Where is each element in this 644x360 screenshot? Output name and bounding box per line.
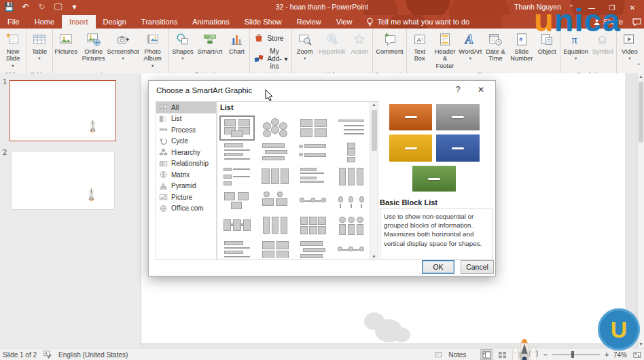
zoom-out-icon[interactable]: − xyxy=(543,351,548,359)
smartart-layout-thumbnail-23[interactable] xyxy=(298,240,329,258)
new-slide-button[interactable]: New Slide▾ xyxy=(1,29,25,71)
zoom-icon xyxy=(298,31,312,48)
vertical-scrollbar[interactable]: ▲ ▼ xyxy=(637,73,644,348)
hyperlink-label: Hyperlink xyxy=(319,48,346,55)
notes-toggle[interactable]: Notes xyxy=(448,351,466,359)
comment-button[interactable]: Comment xyxy=(374,29,405,71)
smartart-layout-thumbnail-21[interactable] xyxy=(221,240,253,258)
smartart-layout-thumbnail-16[interactable] xyxy=(336,191,367,212)
tab-review[interactable]: Review xyxy=(289,15,329,29)
tab-file[interactable]: File xyxy=(0,15,27,29)
close-icon[interactable]: ✕ xyxy=(622,0,643,15)
store-button[interactable]: Store xyxy=(251,31,286,46)
category-list[interactable]: List xyxy=(156,113,216,125)
zoom-in-icon[interactable]: + xyxy=(605,351,609,359)
zoom-level[interactable]: 74% xyxy=(613,351,627,359)
gallery-scrollbar[interactable]: ▲▼ xyxy=(370,102,378,259)
smartart-layout-thumbnail-15[interactable] xyxy=(298,191,329,212)
collapse-ribbon-icon[interactable]: ⌃ xyxy=(636,62,641,69)
tab-transitions[interactable]: Transitions xyxy=(134,15,185,29)
smartart-layout-thumbnail-2[interactable] xyxy=(260,118,291,139)
smartart-layout-thumbnail-10[interactable] xyxy=(260,166,291,187)
category-label: Matrix xyxy=(171,171,190,179)
unica-watermark: unica xyxy=(534,4,621,36)
tab-view[interactable]: View xyxy=(329,15,360,29)
tab-home[interactable]: Home xyxy=(27,15,62,29)
header-footer-button[interactable]: Header & Footer xyxy=(432,29,459,71)
category-process[interactable]: Process xyxy=(156,124,216,136)
smartart-layout-thumbnail-19[interactable] xyxy=(298,215,329,236)
category-office-com[interactable]: Office.com xyxy=(156,203,216,215)
smartart-layout-thumbnail-13[interactable] xyxy=(221,191,253,212)
date-time-button[interactable]: Date & Time xyxy=(482,29,508,71)
smartart-layout-thumbnail-5[interactable] xyxy=(221,142,253,163)
normal-view-icon[interactable] xyxy=(481,350,492,359)
tab-insert[interactable]: Insert xyxy=(62,15,96,29)
screenshot-button[interactable]: Screenshot▾ xyxy=(109,29,137,71)
table-button[interactable]: Table▾ xyxy=(27,29,52,71)
smartart-button[interactable]: SmartArt xyxy=(196,29,225,71)
smartart-layout-thumbnail-7[interactable] xyxy=(298,142,329,163)
category-picture[interactable]: Picture xyxy=(156,192,216,203)
slide-thumbnail-1[interactable] xyxy=(10,80,116,141)
smartart-layout-thumbnail-17[interactable] xyxy=(221,215,253,236)
slide-number-label: 1 xyxy=(3,77,7,86)
dialog-title-bar[interactable]: Choose a SmartArt Graphic ? ✕ xyxy=(149,81,495,100)
my-add-ins-label: My Add-ins xyxy=(267,48,281,71)
smartart-layout-thumbnail-1[interactable] xyxy=(221,118,253,139)
ok-button[interactable]: OK xyxy=(422,260,454,274)
gallery-header: List xyxy=(220,103,234,111)
smartart-layout-thumbnail-11[interactable] xyxy=(298,166,329,187)
wordart-button[interactable]: AWordArt▾ xyxy=(458,29,482,71)
smartart-layout-thumbnail-12[interactable] xyxy=(336,166,367,187)
smartart-layout-thumbnail-4[interactable] xyxy=(336,118,367,139)
tab-animations[interactable]: Animations xyxy=(185,15,236,29)
tab-design[interactable]: Design xyxy=(96,15,134,29)
zoom-slider[interactable] xyxy=(552,354,600,355)
category-cycle[interactable]: Cycle xyxy=(156,136,216,147)
text-box-button[interactable]: AText Box xyxy=(408,29,432,71)
tell-me-box[interactable]: Tell me what you want to do xyxy=(359,15,476,29)
smartart-layout-thumbnail-24[interactable] xyxy=(336,240,367,258)
cancel-button[interactable]: Cancel xyxy=(461,260,494,274)
notes-icon[interactable] xyxy=(433,350,444,359)
slide-number-label: Slide Number xyxy=(510,48,533,62)
my-add-ins-button[interactable]: My Add-ins▾ xyxy=(251,46,290,72)
rocket-image[interactable] xyxy=(505,336,543,360)
category-relationship[interactable]: Relationship xyxy=(156,158,216,170)
smartart-layout-thumbnail-3[interactable] xyxy=(298,118,329,139)
slide-number-label: 2 xyxy=(3,148,7,156)
tab-slide-show[interactable]: Slide Show xyxy=(237,15,289,29)
category-all[interactable]: All xyxy=(156,102,216,113)
category-matrix[interactable]: Matrix xyxy=(156,169,216,181)
smartart-layout-thumbnail-9[interactable] xyxy=(221,166,253,187)
smartart-layout-thumbnail-14[interactable] xyxy=(260,191,291,212)
fit-slide-icon[interactable] xyxy=(632,350,643,359)
smartart-layout-thumbnail-18[interactable] xyxy=(260,215,291,236)
smartart-layout-thumbnail-8[interactable] xyxy=(336,142,367,163)
shapes-button[interactable]: Shapes▾ xyxy=(170,29,196,71)
online-pictures-button[interactable]: Online Pictures xyxy=(78,29,109,71)
cat-relationship-icon xyxy=(158,159,168,168)
smartart-layout-thumbnail-6[interactable] xyxy=(260,142,291,163)
zoom-button[interactable]: Zoom▾ xyxy=(293,29,317,71)
chart-button[interactable]: Chart xyxy=(224,29,249,71)
help-icon[interactable]: ? xyxy=(452,85,464,94)
language-indicator[interactable]: English (United States) xyxy=(58,351,128,359)
smartart-layout-thumbnail-22[interactable] xyxy=(260,240,291,258)
preview-block-1 xyxy=(389,104,432,130)
shapes-icon xyxy=(175,31,190,48)
dropdown-arrow-icon: ▾ xyxy=(285,55,288,62)
photo-album-button[interactable]: Photo Album▾ xyxy=(137,29,168,71)
category-pyramid[interactable]: Pyramid xyxy=(156,181,216,192)
wordart-icon: A xyxy=(463,31,478,48)
pictures-button[interactable]: Pictures xyxy=(54,29,78,71)
slide-thumbnail-2[interactable] xyxy=(11,151,115,210)
slide-number-button[interactable]: #Slide Number xyxy=(508,29,535,71)
cat-hierarchy-icon xyxy=(158,148,168,157)
smartart-layout-thumbnail-20[interactable] xyxy=(336,215,367,236)
spellcheck-icon[interactable] xyxy=(42,350,53,359)
comments-icon[interactable] xyxy=(632,18,641,26)
dialog-close-icon[interactable]: ✕ xyxy=(475,85,487,94)
category-hierarchy[interactable]: Hierarchy xyxy=(156,147,216,158)
